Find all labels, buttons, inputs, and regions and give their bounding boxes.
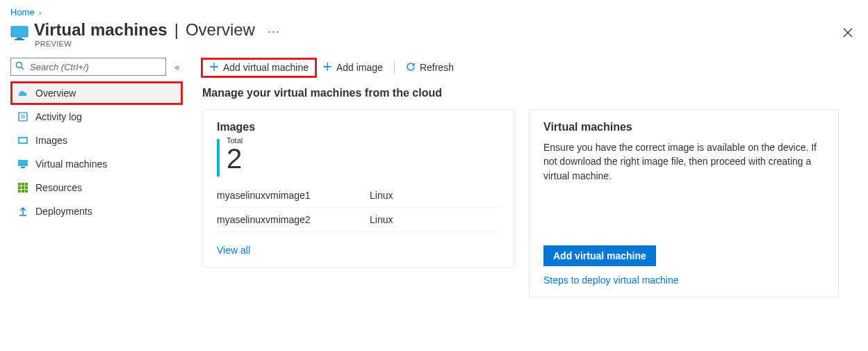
search-icon <box>15 61 24 72</box>
main-content: Add virtual machine Add image Refresh Ma… <box>202 58 858 297</box>
sidebar: « Overview Activity log Images Virtual m… <box>10 58 183 297</box>
page-title-main: Virtual machines <box>34 20 167 40</box>
virtual-machine-icon <box>10 24 28 42</box>
sidebar-item-activity-log[interactable]: Activity log <box>10 105 183 129</box>
refresh-icon <box>406 62 416 74</box>
svg-rect-1 <box>17 38 22 39</box>
chevron-right-icon: › <box>39 8 42 17</box>
toolbar-label: Add image <box>336 62 383 73</box>
svg-rect-20 <box>25 190 28 193</box>
sidebar-item-deployments[interactable]: Deployments <box>10 199 183 223</box>
close-button[interactable] <box>838 23 858 42</box>
virtual-machine-icon <box>17 158 28 170</box>
sidebar-item-label: Virtual machines <box>35 158 107 170</box>
sidebar-item-label: Overview <box>35 88 76 99</box>
add-virtual-machine-button[interactable]: Add virtual machine <box>202 59 316 76</box>
activity-log-icon <box>17 111 28 122</box>
count-accent-bar <box>217 139 220 177</box>
refresh-button[interactable]: Refresh <box>399 59 461 76</box>
section-heading: Manage your virtual machines from the cl… <box>202 87 858 99</box>
resources-icon <box>17 182 28 193</box>
card-description: Ensure you have the correct image is ava… <box>543 140 824 183</box>
more-menu-icon[interactable]: ··· <box>268 24 280 39</box>
svg-line-4 <box>22 67 24 70</box>
svg-rect-12 <box>18 183 21 186</box>
view-all-link[interactable]: View all <box>217 245 250 256</box>
toolbar-divider <box>394 61 395 74</box>
svg-rect-13 <box>22 183 24 186</box>
image-os: Linux <box>370 214 500 225</box>
sidebar-item-images[interactable]: Images <box>10 129 183 152</box>
toolbar: Add virtual machine Add image Refresh <box>202 58 858 77</box>
add-virtual-machine-primary-button[interactable]: Add virtual machine <box>543 245 656 266</box>
add-image-button[interactable]: Add image <box>316 59 390 76</box>
svg-rect-9 <box>19 138 26 142</box>
plus-icon <box>209 62 219 74</box>
svg-rect-2 <box>15 39 24 40</box>
svg-rect-11 <box>21 167 25 168</box>
sidebar-item-virtual-machines[interactable]: Virtual machines <box>10 152 183 176</box>
sidebar-search[interactable] <box>10 58 166 76</box>
card-title: Images <box>217 121 500 133</box>
svg-rect-0 <box>11 26 28 37</box>
sidebar-search-input[interactable] <box>28 61 161 73</box>
svg-rect-18 <box>18 190 21 193</box>
toolbar-label: Refresh <box>420 62 454 73</box>
steps-to-deploy-link[interactable]: Steps to deploy virtual machine <box>543 275 824 286</box>
image-os: Linux <box>370 190 500 201</box>
sidebar-item-resources[interactable]: Resources <box>10 176 183 199</box>
sidebar-item-label: Images <box>35 135 67 146</box>
images-icon <box>17 135 28 146</box>
count-value: 2 <box>227 145 243 172</box>
sidebar-item-label: Resources <box>35 182 82 193</box>
page-title-separator: | <box>174 20 179 40</box>
card-title: Virtual machines <box>543 121 824 133</box>
page-title-sub: Overview <box>186 20 255 40</box>
svg-point-3 <box>16 62 22 67</box>
svg-rect-17 <box>25 186 28 189</box>
virtual-machines-card: Virtual machines Ensure you have the cor… <box>529 109 839 297</box>
sidebar-item-label: Deployments <box>35 206 92 217</box>
breadcrumb: Home › <box>10 7 858 17</box>
svg-rect-16 <box>22 186 24 189</box>
sidebar-item-overview[interactable]: Overview <box>10 81 183 105</box>
svg-rect-14 <box>25 183 28 186</box>
table-row[interactable]: myaselinuxvmimage1 Linux <box>217 183 500 208</box>
images-card: Images Total 2 myaselinuxvmimage1 Linux … <box>202 109 515 268</box>
cloud-icon <box>17 88 28 99</box>
svg-rect-5 <box>19 113 27 121</box>
breadcrumb-home[interactable]: Home <box>10 7 35 17</box>
svg-rect-15 <box>18 186 21 189</box>
deployments-icon <box>17 206 28 217</box>
svg-rect-10 <box>18 160 28 166</box>
plus-icon <box>322 62 332 74</box>
svg-rect-19 <box>22 190 24 193</box>
toolbar-label: Add virtual machine <box>223 62 309 73</box>
collapse-sidebar-button[interactable]: « <box>172 62 183 72</box>
preview-badge: PREVIEW <box>35 40 280 48</box>
image-name: myaselinuxvmimage1 <box>217 190 370 201</box>
sidebar-item-label: Activity log <box>35 111 82 122</box>
page-header: Virtual machines | Overview ··· PREVIEW <box>10 20 858 48</box>
table-row[interactable]: myaselinuxvmimage2 Linux <box>217 208 500 232</box>
image-name: myaselinuxvmimage2 <box>217 214 370 225</box>
